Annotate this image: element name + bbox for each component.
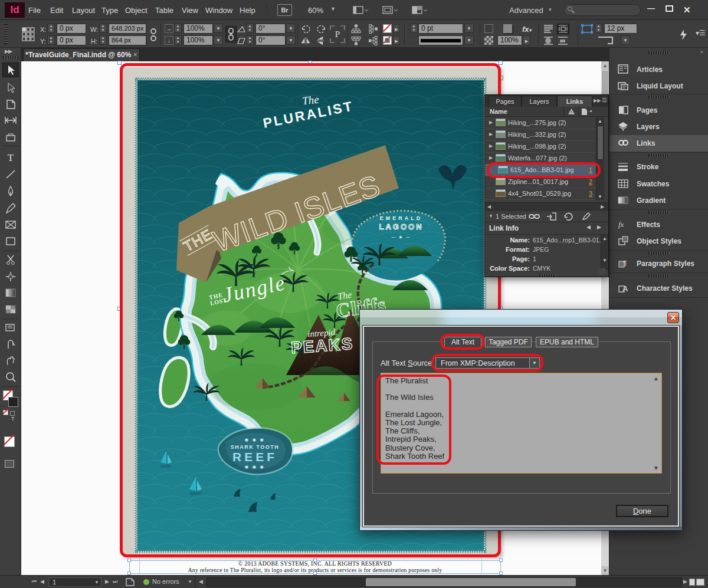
svg-text:fx: fx: [618, 220, 624, 229]
svg-text:¶: ¶: [623, 259, 627, 267]
svg-text:T: T: [8, 152, 14, 163]
svg-text:!: !: [571, 110, 572, 115]
svg-text:A: A: [622, 284, 628, 293]
